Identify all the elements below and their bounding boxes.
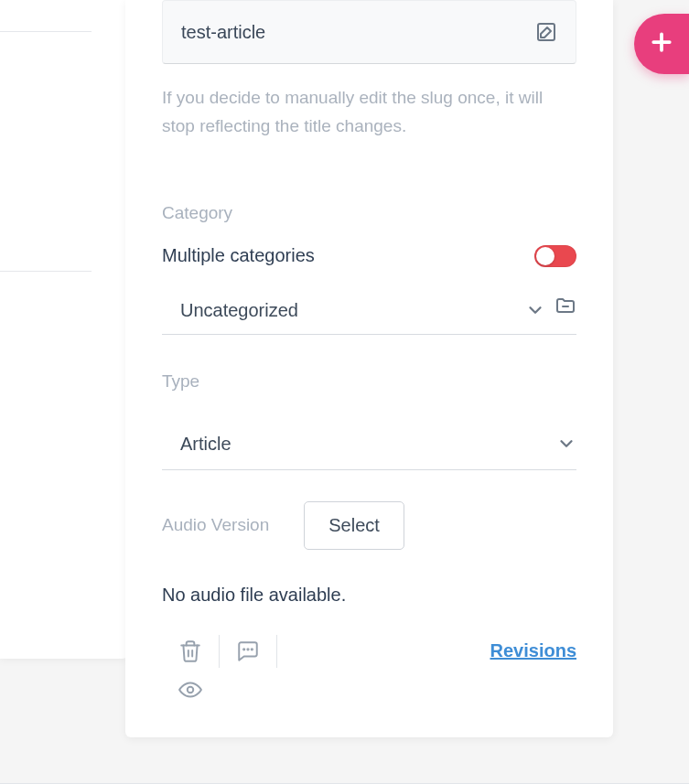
toggle-knob xyxy=(536,247,554,265)
comment-icon[interactable] xyxy=(236,639,260,663)
audio-status-text: No audio file available. xyxy=(162,585,576,606)
chevron-down-icon[interactable] xyxy=(525,300,545,320)
article-settings-panel: If you decide to manually edit the slug … xyxy=(125,0,613,737)
type-label: Type xyxy=(162,371,576,392)
sidebar-divider xyxy=(0,271,92,272)
type-select[interactable]: Article xyxy=(162,419,576,470)
multiple-categories-row: Multiple categories xyxy=(162,245,576,267)
slug-field-wrapper xyxy=(162,0,576,64)
svg-point-5 xyxy=(188,686,194,693)
category-label: Category xyxy=(162,203,576,223)
plus-icon xyxy=(648,28,675,59)
divider xyxy=(276,635,277,668)
footer-icon-group xyxy=(162,633,363,708)
trash-icon[interactable] xyxy=(178,639,202,663)
eye-icon[interactable] xyxy=(178,678,202,702)
revisions-link[interactable]: Revisions xyxy=(490,640,576,661)
multiple-categories-toggle[interactable] xyxy=(534,245,576,267)
folder-icon[interactable] xyxy=(554,295,576,315)
slug-input[interactable] xyxy=(181,22,535,43)
audio-version-section: Audio Version Select xyxy=(162,501,576,550)
svg-point-4 xyxy=(252,649,253,650)
chevron-down-icon[interactable] xyxy=(556,434,576,454)
add-button[interactable] xyxy=(634,14,689,74)
sidebar-divider xyxy=(0,31,92,32)
multiple-categories-label: Multiple categories xyxy=(162,245,315,266)
type-selected-value: Article xyxy=(180,434,547,455)
audio-select-button[interactable]: Select xyxy=(304,501,404,550)
svg-point-3 xyxy=(247,649,248,650)
category-section: Category Multiple categories Uncategoriz… xyxy=(162,203,576,335)
left-sidebar-fragment xyxy=(0,0,128,659)
category-select[interactable]: Uncategorized xyxy=(162,287,576,335)
category-selected-value: Uncategorized xyxy=(180,300,516,321)
audio-version-label: Audio Version xyxy=(162,515,269,535)
type-section: Type Article xyxy=(162,371,576,470)
edit-icon[interactable] xyxy=(535,21,557,43)
slug-hint-text: If you decide to manually edit the slug … xyxy=(162,84,576,141)
footer-actions: Revisions xyxy=(162,633,576,708)
svg-point-2 xyxy=(243,649,244,650)
